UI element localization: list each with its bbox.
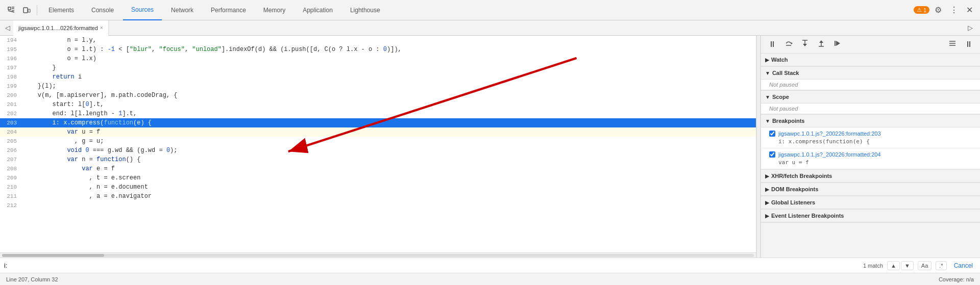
- xhr-section: ▶ XHR/fetch Breakpoints: [761, 170, 980, 183]
- search-prev-btn[interactable]: ▲: [887, 261, 900, 270]
- search-next-btn[interactable]: ▼: [901, 261, 914, 270]
- code-horizontal-scrollbar[interactable]: [0, 252, 756, 257]
- dom-header[interactable]: ▶ DOM Breakpoints: [761, 183, 980, 196]
- xhr-header[interactable]: ▶ XHR/fetch Breakpoints: [761, 170, 980, 183]
- tab-memory[interactable]: Memory: [255, 0, 293, 20]
- match-case-btn[interactable]: Aa: [918, 261, 932, 270]
- scope-content: Not paused: [761, 103, 980, 114]
- sources-back-btn[interactable]: ◁: [2, 22, 13, 34]
- scrollbar-thumb[interactable]: [2, 254, 104, 257]
- svg-rect-5: [23, 8, 28, 13]
- watch-section: ▶ Watch: [761, 54, 980, 67]
- dom-chevron: ▶: [765, 187, 769, 192]
- step-out-btn[interactable]: [814, 38, 828, 51]
- watch-section-header[interactable]: ▶ Watch: [761, 54, 980, 66]
- line-number: 207: [0, 155, 23, 164]
- svg-marker-9: [791, 42, 793, 44]
- tab-application[interactable]: Application: [295, 0, 341, 20]
- file-tab-close[interactable]: ×: [100, 25, 103, 31]
- code-line: 195 o = l.t) : -1 < ["blur", "focus", "u…: [0, 45, 756, 54]
- line-number: 205: [0, 137, 23, 146]
- global-header[interactable]: ▶ Global Listeners: [761, 196, 980, 209]
- step-btn[interactable]: [830, 38, 845, 51]
- cursor-position: Line 207, Column 32: [6, 276, 58, 282]
- tab-performance[interactable]: Performance: [203, 0, 254, 20]
- tab-sources[interactable]: Sources: [123, 0, 162, 20]
- breakpoint-text: jigsawpc.1.0.1.js?_200226:formatted:203 …: [778, 129, 881, 146]
- xhr-label: XHR/fetch Breakpoints: [771, 173, 832, 179]
- breakpoint-checkbox[interactable]: [769, 131, 775, 137]
- breakpoints-header[interactable]: ▼ Breakpoints: [761, 115, 980, 127]
- line-number: 208: [0, 164, 23, 173]
- code-line: 206 void 0 === g.wd && (g.wd = 0);: [0, 146, 756, 155]
- code-line: 210 , n = e.document: [0, 183, 756, 192]
- breakpoints-list: jigsawpc.1.0.1.js?_200226:formatted:203 …: [761, 127, 980, 169]
- line-number: 196: [0, 54, 23, 63]
- breakpoint-item[interactable]: jigsawpc.1.0.1.js?_200226:formatted:204 …: [761, 148, 980, 169]
- call-stack-content: Not paused: [761, 80, 980, 90]
- breakpoint-code: i: x.compress(function(e) {: [778, 138, 881, 146]
- file-toolbar: ◁ jigsawpc.1.0.1....0226:formatted × ▷: [0, 20, 980, 36]
- call-stack-header[interactable]: ▼ Call Stack: [761, 67, 980, 80]
- call-stack-chevron: ▼: [765, 70, 770, 76]
- deactivate-breakpoints-btn[interactable]: [945, 38, 960, 51]
- call-stack-label: Call Stack: [772, 70, 799, 76]
- pause-resume-btn[interactable]: ⏸: [765, 38, 779, 50]
- settings-btn[interactable]: ⚙: [932, 3, 945, 17]
- breakpoint-item[interactable]: jigsawpc.1.0.1.js?_200226:formatted:203 …: [761, 127, 980, 148]
- search-bar: 1 match ▲ ▼ Aa .* Cancel: [0, 257, 980, 273]
- long-resume-btn[interactable]: ⏸: [962, 38, 976, 50]
- global-label: Global Listeners: [771, 199, 815, 205]
- tab-network[interactable]: Network: [163, 0, 202, 20]
- code-line: 203 i: x.compress(function(e) {: [0, 118, 756, 127]
- code-line: 199 }(l);: [0, 82, 756, 91]
- breakpoints-label: Breakpoints: [772, 118, 805, 124]
- svg-rect-6: [28, 9, 30, 12]
- search-input[interactable]: [4, 262, 859, 269]
- more-options-btn[interactable]: ⋮: [947, 3, 961, 17]
- breakpoint-file: jigsawpc.1.0.1.js?_200226:formatted:204: [778, 150, 881, 159]
- sources-panel-toggle[interactable]: ▷: [965, 22, 976, 34]
- step-over-btn[interactable]: [781, 38, 796, 51]
- tab-elements[interactable]: Elements: [40, 0, 82, 20]
- dom-label: DOM Breakpoints: [771, 186, 818, 192]
- code-line: 208 var e = f: [0, 164, 756, 173]
- breakpoint-checkbox[interactable]: [769, 151, 775, 158]
- device-toggle-btn[interactable]: [19, 4, 34, 16]
- code-line: 207 var n = function() {: [0, 155, 756, 164]
- debug-toolbar: ⏸: [761, 36, 980, 54]
- global-section: ▶ Global Listeners: [761, 196, 980, 210]
- close-devtools-btn[interactable]: ✕: [963, 3, 976, 17]
- line-number: 198: [0, 72, 23, 82]
- event-header[interactable]: ▶ Event Listener Breakpoints: [761, 210, 980, 222]
- watch-label: Watch: [771, 57, 788, 63]
- code-line: 198 return i: [0, 72, 756, 82]
- line-number: 206: [0, 146, 23, 155]
- main-area: 194 n = l.y,195 o = l.t) : -1 < ["blur",…: [0, 36, 980, 257]
- code-line: 201 start: l[0].t,: [0, 100, 756, 109]
- svg-marker-12: [803, 44, 807, 46]
- scope-header[interactable]: ▼ Scope: [761, 91, 980, 103]
- inspect-element-btn[interactable]: [4, 4, 18, 16]
- search-match-count: 1 match: [863, 263, 883, 269]
- code-line: 204 var u = f: [0, 127, 756, 137]
- line-number: 212: [0, 201, 23, 210]
- code-line: 197 }: [0, 63, 756, 72]
- warning-badge: ⚠ 1: [914, 6, 929, 14]
- svg-marker-17: [836, 41, 840, 46]
- code-editor: 194 n = l.y,195 o = l.t) : -1 < ["blur",…: [0, 36, 756, 257]
- tab-console[interactable]: Console: [83, 0, 122, 20]
- tab-lighthouse[interactable]: Lighthouse: [342, 0, 388, 20]
- file-tab[interactable]: jigsawpc.1.0.1....0226:formatted ×: [13, 20, 109, 36]
- code-line: 205 , g = u;: [0, 137, 756, 146]
- xhr-chevron: ▶: [765, 173, 769, 179]
- code-scroll[interactable]: 194 n = l.y,195 o = l.t) : -1 < ["blur",…: [0, 36, 756, 252]
- line-number: 211: [0, 192, 23, 201]
- search-cancel-btn[interactable]: Cancel: [951, 261, 976, 270]
- scrollbar-track: [2, 254, 754, 257]
- line-number: 209: [0, 173, 23, 183]
- step-into-btn[interactable]: [798, 38, 812, 51]
- line-number: 204: [0, 127, 23, 137]
- regex-btn[interactable]: .*: [936, 261, 946, 270]
- status-bar: Line 207, Column 32 Coverage: n/a: [0, 273, 980, 285]
